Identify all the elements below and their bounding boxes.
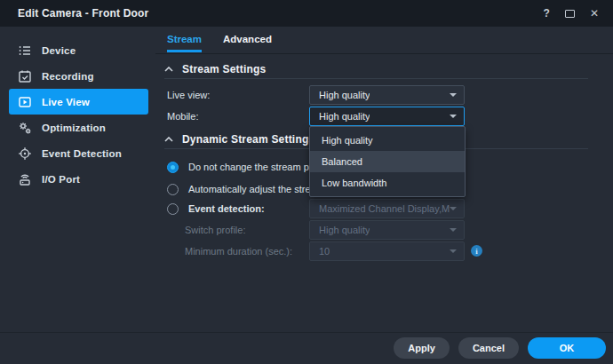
live-view-select[interactable]: High quality — [309, 85, 465, 105]
dynamic-stream-settings-header[interactable]: Dynamic Stream Settings — [164, 133, 314, 146]
chevron-down-icon — [450, 115, 457, 118]
maximize-icon[interactable] — [565, 10, 575, 18]
close-icon[interactable]: ✕ — [590, 8, 599, 19]
switch-profile-label: Switch profile: — [185, 225, 245, 235]
live-view-label: Live view: — [167, 90, 210, 100]
sidebar-item-optimization[interactable]: Optimization — [9, 115, 148, 140]
sidebar-item-label: Event Detection — [42, 148, 122, 159]
radio-label: Event detection: — [188, 203, 265, 214]
mobile-select[interactable]: High quality — [309, 107, 465, 126]
sidebar-item-label: I/O Port — [42, 174, 80, 185]
sidebar-item-live-view[interactable]: Live View — [9, 89, 148, 115]
sidebar-item-recording[interactable]: Recording — [9, 63, 148, 89]
minimum-duration-select: 10 — [309, 241, 465, 261]
dialog-title: Edit Camera - Front Door — [18, 7, 148, 20]
switch-profile-select-value: High quality — [319, 225, 370, 235]
chevron-down-icon — [450, 249, 457, 253]
mobile-label: Mobile: — [167, 111, 198, 122]
footer-buttons: Apply Cancel OK — [394, 337, 606, 359]
titlebar: Edit Camera - Front Door ? ✕ — [0, 0, 613, 27]
tab-stream[interactable]: Stream — [167, 34, 202, 52]
cancel-button[interactable]: Cancel — [458, 337, 519, 359]
sidebar-item-event-detection[interactable]: Event Detection — [9, 140, 148, 166]
chevron-down-icon — [450, 93, 457, 97]
apply-button[interactable]: Apply — [394, 337, 450, 359]
info-icon[interactable]: i — [471, 245, 482, 257]
radio-row-event-detection: Event detection: — [167, 202, 265, 216]
minimum-duration-select-value: 10 — [319, 246, 330, 257]
stream-settings-header[interactable]: Stream Settings — [164, 63, 266, 75]
help-icon[interactable]: ? — [544, 8, 550, 19]
radio-event-detection[interactable] — [167, 203, 179, 215]
section-title: Stream Settings — [182, 63, 266, 75]
chevron-down-icon — [450, 207, 457, 210]
section-title: Dynamic Stream Settings — [182, 133, 314, 146]
sidebar-item-io-port[interactable]: I/O Port — [9, 166, 148, 192]
switch-profile-select: High quality — [309, 220, 465, 240]
recording-calendar-icon — [18, 69, 32, 83]
event-detection-select-value: Maximized Channel Display,Moti... — [319, 203, 450, 214]
sidebar-item-device[interactable]: Device — [9, 37, 148, 63]
chevron-up-icon — [164, 137, 173, 142]
dropdown-option-low-bandwidth[interactable]: Low bandwidth — [310, 172, 465, 194]
dropdown-option-high-quality[interactable]: High quality — [310, 130, 465, 151]
tabs-divider — [155, 53, 613, 54]
radio-auto-adjust[interactable] — [167, 184, 179, 195]
ok-button[interactable]: OK — [528, 337, 606, 359]
sidebar-item-label: Optimization — [42, 123, 106, 133]
radio-do-not-change[interactable] — [167, 162, 179, 173]
io-port-icon — [18, 172, 32, 186]
titlebar-icons: ? ✕ — [544, 8, 599, 19]
mobile-select-value: High quality — [319, 111, 370, 122]
sidebar-item-label: Live View — [42, 97, 90, 107]
footer-divider — [0, 332, 613, 333]
content-panel: Stream Advanced Stream Settings Live vie… — [155, 27, 613, 364]
radio-row-do-not-change: Do not change the stream profile — [167, 160, 330, 174]
edit-camera-dialog: Edit Camera - Front Door ? ✕ Device Reco… — [0, 0, 613, 364]
sidebar: Device Recording Live View Optimization … — [0, 27, 155, 364]
device-list-icon — [18, 44, 32, 58]
radio-row-auto-adjust: Automatically adjust the stream — [167, 182, 324, 196]
event-detection-select: Maximized Channel Display,Moti... — [309, 199, 465, 218]
live-view-play-icon — [18, 95, 32, 109]
optimization-gears-icon — [18, 121, 32, 135]
chevron-down-icon — [450, 228, 457, 232]
sidebar-item-label: Device — [42, 45, 76, 56]
dropdown-option-balanced[interactable]: Balanced — [310, 151, 465, 172]
live-view-select-value: High quality — [319, 90, 370, 100]
tab-bar: Stream Advanced — [167, 34, 272, 52]
radio-label: Automatically adjust the stream — [188, 184, 324, 194]
event-detection-target-icon — [18, 146, 32, 161]
sidebar-item-label: Recording — [42, 71, 94, 82]
chevron-up-icon — [164, 67, 173, 72]
tab-advanced[interactable]: Advanced — [223, 34, 272, 52]
section-divider — [164, 78, 588, 79]
minimum-duration-label: Minimum duration (sec.): — [185, 246, 292, 257]
mobile-dropdown-panel: High quality Balanced Low bandwidth — [309, 126, 466, 197]
